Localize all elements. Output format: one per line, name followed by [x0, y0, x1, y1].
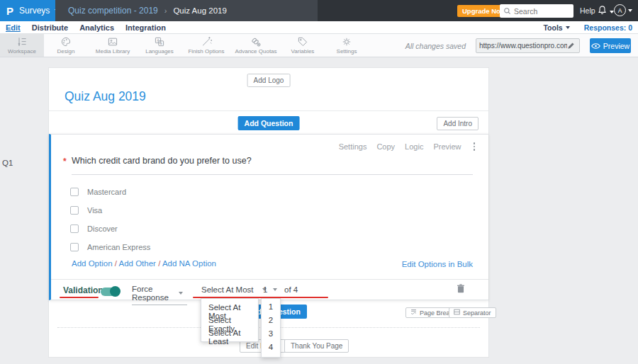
section-nav: Edit Distribute Analytics Integration To… [0, 21, 638, 34]
nav-items: Edit Distribute Analytics Integration [6, 23, 166, 32]
avatar: A [614, 4, 626, 16]
menu-item-count-4[interactable]: 4 [262, 341, 280, 355]
option-checkbox[interactable] [70, 243, 79, 251]
menu-item-count-2[interactable]: 2 [262, 314, 280, 328]
question-preview-link[interactable]: Preview [433, 142, 461, 151]
edit-url-pencil-icon[interactable] [567, 40, 575, 52]
help-link[interactable]: Help [580, 6, 595, 15]
validation-divider [51, 279, 488, 280]
survey-editor-page: P Surveys Quiz competition - 2019 › Quiz… [0, 0, 638, 364]
workspace-icon [16, 36, 28, 47]
edit-options-in-bulk-link[interactable]: Edit Options in Bulk [402, 260, 473, 268]
validation-toggle[interactable] [101, 288, 120, 296]
answer-option-row: Visa [70, 205, 102, 215]
validation-rule-dropdown[interactable]: Select At Most [201, 285, 267, 294]
question-settings-link[interactable]: Settings [339, 142, 367, 151]
magic-wand-icon [201, 36, 212, 47]
palette-icon [60, 36, 72, 47]
breadcrumb-folder[interactable]: Quiz competition - 2019 [68, 6, 158, 16]
menu-item-count-1[interactable]: 1 [262, 301, 280, 314]
question-copy-link[interactable]: Copy [376, 142, 395, 151]
add-other-link[interactable]: Add Other [119, 259, 156, 268]
add-logo-button[interactable]: Add Logo [247, 74, 291, 87]
tab-edit[interactable]: Edit [6, 23, 21, 32]
toolbar-item-label: Workspace [8, 48, 36, 55]
option-label[interactable]: Visa [87, 206, 102, 215]
product-menu[interactable]: P Surveys [0, 0, 55, 21]
answer-option-row: American Express [70, 242, 150, 252]
page-break-icon [410, 309, 417, 317]
thank-you-page-button[interactable]: Thank You Page [284, 339, 349, 353]
question-logic-link[interactable]: Logic [405, 142, 423, 151]
toolbar-item-label: Languages [145, 48, 174, 55]
preview-button[interactable]: Preview [590, 38, 631, 53]
breadcrumb-separator-icon: › [164, 6, 167, 15]
tab-distribute[interactable]: Distribute [32, 23, 68, 32]
eye-icon [591, 42, 600, 50]
top-bar: P Surveys Quiz competition - 2019 › Quiz… [0, 0, 638, 21]
toolbar-item-variables[interactable]: Variables [281, 34, 325, 57]
survey-url-input[interactable] [479, 42, 567, 50]
separator-button[interactable]: Separator [449, 307, 496, 318]
validation-rule-value: Select At Most [201, 285, 254, 294]
editor-toolbar: Workspace Design Media Library Aa Langua… [0, 34, 638, 57]
force-response-dropdown[interactable]: Force Response [132, 285, 187, 305]
notifications-menu[interactable] [597, 5, 614, 18]
add-question-button-top[interactable]: Add Question [238, 116, 300, 130]
tools-menu[interactable]: Tools [543, 23, 569, 32]
validation-count-dropdown[interactable]: 1 [263, 285, 277, 294]
survey-url-field[interactable] [476, 38, 580, 53]
account-menu[interactable]: A [614, 4, 632, 16]
annotation-underline-validation [60, 297, 99, 298]
tab-integration[interactable]: Integration [125, 23, 166, 32]
page-break-label: Page Break [420, 309, 453, 317]
add-na-option-link[interactable]: Add NA Option [162, 259, 216, 268]
toolbar-item-workspace[interactable]: Workspace [0, 34, 44, 57]
toolbar-item-finish-options[interactable]: Finish Options [181, 34, 231, 57]
menu-item-select-exactly[interactable]: Select Exactly [201, 314, 258, 326]
global-search[interactable] [500, 4, 573, 18]
menu-item-select-at-most[interactable]: Select At Most [201, 301, 258, 314]
toolbar-item-settings[interactable]: Settings [325, 34, 369, 57]
toggle-knob [110, 286, 121, 297]
kebab-menu-icon[interactable] [471, 142, 478, 152]
preview-button-label: Preview [603, 42, 629, 50]
add-option-link[interactable]: Add Option [72, 259, 113, 268]
nav-right: Tools Responses: 0 [543, 23, 632, 32]
option-label[interactable]: American Express [87, 243, 150, 251]
toolbar-item-design[interactable]: Design [44, 34, 88, 57]
validation-label: Validation [63, 285, 103, 295]
toolbar-item-media-library[interactable]: Media Library [88, 34, 138, 57]
option-label[interactable]: Discover [87, 224, 118, 233]
tab-analytics[interactable]: Analytics [79, 23, 114, 32]
question-text[interactable]: Which credit card brand do you prefer to… [72, 156, 252, 166]
question-actions: Settings Copy Logic Preview [339, 142, 477, 152]
option-label[interactable]: Mastercard [87, 188, 126, 196]
questionpro-logo: P [6, 5, 13, 17]
question-block: Settings Copy Logic Preview * Which cred… [49, 134, 488, 300]
breadcrumb: Quiz competition - 2019 › Quiz Aug 2019 [55, 0, 318, 21]
separator-label: Separator [463, 309, 491, 317]
search-input[interactable] [514, 7, 571, 16]
breadcrumb-current: Quiz Aug 2019 [173, 6, 226, 15]
toolbar-item-languages[interactable]: Aa Languages [138, 34, 181, 57]
bell-icon [597, 5, 608, 18]
chevron-down-icon [566, 26, 570, 29]
validation-of-total: of 4 [284, 285, 298, 294]
delete-question-trash-icon[interactable] [457, 283, 465, 296]
menu-item-count-3[interactable]: 3 [262, 328, 280, 341]
toolbar-item-label: Settings [337, 48, 357, 55]
option-checkbox[interactable] [70, 188, 79, 196]
menu-item-select-at-least[interactable]: Select At Least [201, 326, 258, 339]
chevron-down-icon [273, 288, 277, 291]
responses-count[interactable]: Responses: 0 [584, 23, 632, 32]
annotation-underline-rule [193, 297, 328, 298]
add-option-links: Add Option / Add Other / Add NA Option [72, 259, 216, 268]
add-intro-button[interactable]: Add Intro [437, 117, 478, 130]
toolbar-item-label: Variables [291, 48, 315, 55]
survey-title[interactable]: Quiz Aug 2019 [65, 89, 146, 104]
force-response-label: Force Response [132, 285, 173, 302]
option-checkbox[interactable] [70, 206, 79, 215]
option-checkbox[interactable] [70, 224, 79, 233]
toolbar-item-advance-quotas[interactable]: Advance Quotas [231, 34, 281, 57]
